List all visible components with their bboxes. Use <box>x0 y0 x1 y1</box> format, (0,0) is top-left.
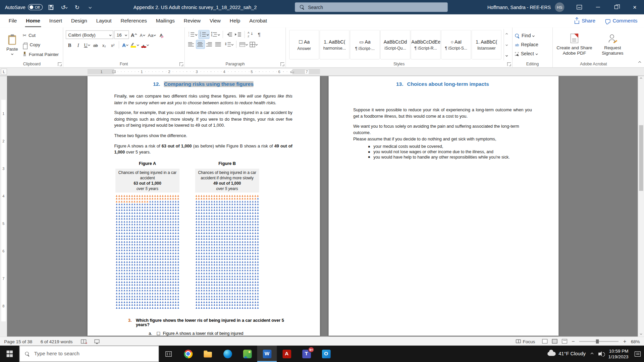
zoom-slider-thumb[interactable] <box>596 339 599 343</box>
increase-indent-button[interactable] <box>234 31 242 39</box>
collapse-ribbon-button[interactable] <box>639 58 641 65</box>
style-item-1[interactable]: 1. AaBbC(harmonise... <box>320 30 350 59</box>
taskbar-app-teams[interactable]: T9+ <box>297 346 316 362</box>
align-right-button[interactable] <box>205 40 213 48</box>
line-spacing-button[interactable] <box>223 40 234 48</box>
autosave-toggle[interactable]: AutoSave Off <box>5 4 43 10</box>
undo-button[interactable]: ↺ <box>59 2 69 13</box>
scroll-down-arrow[interactable] <box>638 331 644 337</box>
comments-button[interactable]: Comments <box>605 18 637 24</box>
web-layout-button[interactable] <box>562 339 567 343</box>
scrollbar-thumb[interactable] <box>639 125 643 191</box>
redo-button[interactable]: ↻ <box>72 2 82 13</box>
weather-widget[interactable]: 41°F Cloudy <box>547 351 586 357</box>
font-color-button[interactable] <box>140 41 149 49</box>
style-item-5[interactable]: ○ AaI¶ iScript-S... <box>441 30 471 59</box>
share-button[interactable]: Share <box>575 18 595 24</box>
text-highlight-button[interactable] <box>130 41 140 49</box>
zoom-slider[interactable] <box>579 341 619 342</box>
strikethrough-button[interactable] <box>92 41 99 49</box>
account-name[interactable]: Hoffmann, Sandra - REE-ERS <box>487 5 551 10</box>
font-name-combo[interactable]: Calibri (Body) <box>66 31 113 39</box>
bold-button[interactable] <box>66 41 73 49</box>
borders-button[interactable] <box>249 40 258 48</box>
avatar[interactable]: HS <box>555 2 564 12</box>
style-item-4[interactable]: AaBbCcDdEe¶ iScript-R... <box>411 30 440 59</box>
horizontal-ruler[interactable]: L 11234567 <box>0 68 644 76</box>
subscript-button[interactable] <box>100 41 108 49</box>
menu-tab-mailings[interactable]: Mailings <box>151 14 179 27</box>
request-signatures-button[interactable]: Request Signatures <box>593 29 632 60</box>
align-left-button[interactable] <box>187 40 195 48</box>
menu-tab-acrobat[interactable]: Acrobat <box>245 14 272 27</box>
replace-button[interactable]: Replace <box>515 41 538 49</box>
answer-checkbox[interactable]: ☐ <box>157 331 161 336</box>
format-painter-button[interactable]: Format Painter <box>21 50 60 59</box>
read-mode-button[interactable] <box>542 339 547 343</box>
styles-dialog-launcher[interactable] <box>507 62 511 66</box>
page-indicator[interactable]: Page 15 of 38 <box>4 339 32 344</box>
zoom-level[interactable]: 68% <box>631 339 640 344</box>
document-canvas[interactable]: 12345678 12.Comparing risks using these … <box>0 76 644 337</box>
vertical-ruler[interactable]: 12345678 <box>0 76 7 337</box>
menu-tab-design[interactable]: Design <box>67 14 92 27</box>
start-button[interactable] <box>0 346 19 362</box>
tab-selector[interactable]: L <box>1 68 7 74</box>
create-share-pdf-button[interactable]: Create and Share Adobe PDF <box>555 29 594 60</box>
style-item-2[interactable]: ▭ Aa¶ iScript-... <box>350 30 380 59</box>
style-gallery-more-button[interactable] <box>504 50 509 60</box>
task-view-button[interactable] <box>159 346 178 362</box>
vertical-scrollbar[interactable] <box>638 76 644 337</box>
autosave-switch[interactable]: Off <box>28 4 43 10</box>
decrease-indent-button[interactable] <box>225 31 233 39</box>
multilevel-list-button[interactable] <box>210 31 220 39</box>
document-page-right[interactable]: 13.Choices about long-term impacts Suppo… <box>329 76 559 336</box>
action-center-icon[interactable] <box>635 351 641 357</box>
select-button[interactable]: Select <box>515 50 538 58</box>
menu-tab-view[interactable]: View <box>205 14 225 27</box>
restore-button[interactable] <box>607 0 626 14</box>
style-item-3[interactable]: AaBbCcDdiScript-Qu... <box>380 30 410 59</box>
italic-button[interactable] <box>74 41 82 49</box>
shading-button[interactable] <box>238 40 248 48</box>
sort-button[interactable]: ↓ <box>247 31 254 39</box>
taskbar-app-chrome[interactable] <box>178 346 198 362</box>
superscript-button[interactable] <box>109 41 116 49</box>
grow-font-button[interactable] <box>130 31 138 39</box>
taskbar-app-outlook[interactable]: O <box>316 346 336 362</box>
menu-tab-references[interactable]: References <box>116 14 151 27</box>
document-page-left[interactable]: 12.Comparing risks using these figures F… <box>88 76 320 336</box>
menu-tab-layout[interactable]: Layout <box>92 14 116 27</box>
search-box[interactable]: Search <box>295 2 448 12</box>
copy-button[interactable]: Copy <box>21 41 60 49</box>
show-hidden-icons-button[interactable] <box>591 352 594 355</box>
paragraph-dialog-launcher[interactable] <box>280 62 284 66</box>
minimize-button[interactable] <box>589 0 607 14</box>
taskbar-app-word[interactable]: W <box>257 346 277 362</box>
paste-button[interactable]: Paste <box>3 29 21 60</box>
zoom-in-button[interactable]: + <box>623 339 626 344</box>
style-item-6[interactable]: 1. AaBbC(listanswer <box>472 30 501 59</box>
taskbar-clock[interactable]: 10:59 PM1/19/2023 <box>608 348 629 360</box>
scroll-up-arrow[interactable] <box>638 76 644 82</box>
underline-button[interactable] <box>83 41 91 49</box>
style-gallery-scroll-down[interactable] <box>504 40 509 50</box>
menu-tab-insert[interactable]: Insert <box>45 14 66 27</box>
save-button[interactable] <box>46 2 56 13</box>
text-effects-button[interactable] <box>121 41 129 49</box>
change-case-button[interactable] <box>147 31 156 39</box>
ribbon-display-options-button[interactable] <box>570 0 589 14</box>
speaker-icon[interactable] <box>598 352 600 355</box>
font-size-combo[interactable]: 16 <box>114 31 129 39</box>
undo-dropdown-icon[interactable] <box>65 6 67 8</box>
menu-tab-help[interactable]: Help <box>225 14 245 27</box>
taskbar-app-file-explorer[interactable] <box>198 346 218 362</box>
menu-tab-review[interactable]: Review <box>179 14 205 27</box>
zoom-out-button[interactable]: − <box>572 339 575 344</box>
close-button[interactable]: × <box>626 0 644 14</box>
menu-tab-home[interactable]: Home <box>21 14 45 27</box>
taskbar-app-acrobat[interactable]: A <box>277 346 297 362</box>
chevron-down-icon[interactable] <box>11 53 13 55</box>
clipboard-dialog-launcher[interactable] <box>58 62 62 66</box>
style-item-0[interactable]: ☐ AaAnswer <box>289 30 319 59</box>
